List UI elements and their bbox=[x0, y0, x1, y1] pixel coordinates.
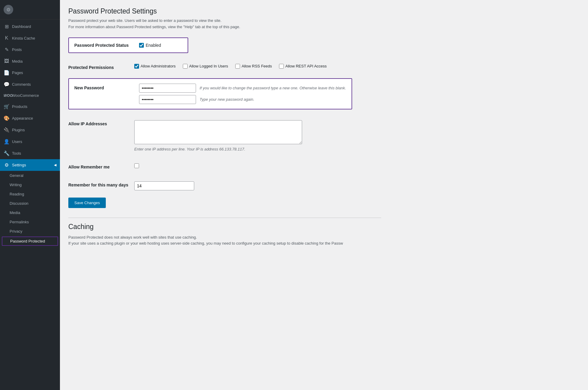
sidebar-sub-writing-label: Writing bbox=[10, 183, 22, 187]
tools-icon: 🔧 bbox=[4, 150, 10, 156]
sidebar-sub-discussion[interactable]: Discussion bbox=[0, 199, 60, 208]
sidebar-item-woocommerce-label: WooCommerce bbox=[12, 93, 39, 98]
plugins-icon: 🔌 bbox=[4, 127, 10, 133]
allow-logged-in-label: Allow Logged In Users bbox=[189, 64, 228, 68]
sidebar-item-tools[interactable]: 🔧 Tools bbox=[0, 147, 60, 159]
sidebar-item-pages-label: Pages bbox=[12, 70, 23, 75]
remember-content bbox=[134, 163, 381, 169]
sidebar-item-settings-label: Settings bbox=[12, 163, 26, 167]
media-icon: 🖼 bbox=[4, 58, 10, 64]
sidebar-item-users-label: Users bbox=[12, 139, 22, 144]
sidebar-sub-reading-label: Reading bbox=[10, 192, 24, 196]
comments-icon: 💬 bbox=[4, 82, 10, 87]
sidebar-item-pages[interactable]: 📄 Pages bbox=[0, 67, 60, 79]
allow-admins-checkbox[interactable] bbox=[134, 64, 139, 69]
permissions-checkboxes: Allow Administrators Allow Logged In Use… bbox=[134, 64, 381, 69]
sidebar-sub-privacy[interactable]: Privacy bbox=[0, 227, 60, 236]
sidebar-item-media-label: Media bbox=[12, 59, 22, 64]
page-title: Password Protected Settings bbox=[68, 7, 381, 15]
remember-row: Allow Remember me bbox=[68, 159, 381, 174]
days-row: Remember for this many days 14 bbox=[68, 177, 381, 195]
sidebar-item-comments[interactable]: 💬 Comments bbox=[0, 79, 60, 90]
woocommerce-icon: WOO bbox=[4, 94, 10, 98]
save-button[interactable]: Save Changes bbox=[68, 198, 106, 208]
sidebar-item-posts-label: Posts bbox=[12, 47, 22, 52]
wordpress-logo: ⚙ bbox=[4, 5, 56, 14]
permissions-row: Protected Permissions Allow Administrato… bbox=[68, 59, 381, 75]
allow-rest-api-checkbox[interactable] bbox=[279, 64, 284, 69]
ip-row: Allow IP Addresses Enter one IP address … bbox=[68, 115, 381, 156]
allow-rss-label: Allow RSS Feeds bbox=[242, 64, 272, 68]
remember-label: Allow Remember me bbox=[68, 163, 134, 169]
sidebar-item-media[interactable]: 🖼 Media bbox=[0, 55, 60, 67]
ip-hint: Enter one IP address per line. Your IP i… bbox=[134, 147, 381, 151]
sidebar-item-kinsta-cache[interactable]: K Kinsta Cache bbox=[0, 32, 60, 44]
password-input-1[interactable] bbox=[139, 84, 196, 93]
perm-logged-in: Allow Logged In Users bbox=[183, 64, 228, 69]
dashboard-icon: ⊞ bbox=[4, 24, 10, 29]
sidebar-item-settings[interactable]: ⚙ Settings ◀ bbox=[0, 159, 60, 171]
ip-textarea[interactable] bbox=[134, 120, 302, 144]
settings-icon: ⚙ bbox=[4, 162, 10, 168]
status-enabled-label: Enabled bbox=[146, 43, 161, 48]
kinsta-icon: K bbox=[4, 35, 10, 41]
sidebar-item-appearance-label: Appearance bbox=[12, 116, 33, 121]
sidebar-nav: ⊞ Dashboard K Kinsta Cache ✎ Posts 🖼 Med… bbox=[0, 21, 60, 246]
ip-content: Enter one IP address per line. Your IP i… bbox=[134, 120, 381, 151]
products-icon: 🛒 bbox=[4, 104, 10, 109]
wp-icon: ⚙ bbox=[4, 5, 13, 14]
sidebar-sub-permalinks[interactable]: Permalinks bbox=[0, 217, 60, 227]
perm-rss: Allow RSS Feeds bbox=[235, 64, 272, 69]
caching-description: Password Protected does not always work … bbox=[68, 234, 381, 247]
sidebar-item-users[interactable]: 👤 Users bbox=[0, 136, 60, 147]
perm-rest-api: Allow REST API Access bbox=[279, 64, 327, 69]
password-hint-2: Type your new password again. bbox=[200, 97, 254, 102]
allow-remember-checkbox[interactable] bbox=[134, 163, 139, 168]
settings-submenu: General Writing Reading Discussion Media… bbox=[0, 171, 60, 246]
sidebar-sub-writing[interactable]: Writing bbox=[0, 180, 60, 189]
sidebar-item-products-label: Products bbox=[12, 104, 27, 109]
sidebar-item-posts[interactable]: ✎ Posts bbox=[0, 44, 60, 55]
page-description-line2: For more information about Password Prot… bbox=[68, 24, 381, 30]
page-description-line1: Password protect your web site. Users wi… bbox=[68, 18, 381, 24]
password-input-2[interactable] bbox=[139, 95, 196, 104]
sidebar-item-tools-label: Tools bbox=[12, 151, 21, 156]
sidebar-sub-media-label: Media bbox=[10, 210, 20, 215]
page-description: Password protect your web site. Users wi… bbox=[68, 18, 381, 30]
caching-desc-1: Password Protected does not always work … bbox=[68, 234, 381, 241]
sidebar-sub-general[interactable]: General bbox=[0, 171, 60, 180]
sidebar-item-dashboard[interactable]: ⊞ Dashboard bbox=[0, 21, 60, 32]
password-row-2: Type your new password again. bbox=[139, 95, 346, 104]
sidebar-header: ⚙ bbox=[0, 0, 60, 19]
password-hint-1: If you would like to change the password… bbox=[200, 86, 346, 90]
caching-desc-2: If your site uses a caching plugin or yo… bbox=[68, 240, 381, 247]
ip-label: Allow IP Addresses bbox=[68, 120, 134, 126]
sidebar-sub-password-protected[interactable]: Password Protected bbox=[2, 237, 58, 246]
caching-title: Caching bbox=[68, 223, 381, 231]
main-content: Password Protected Settings Password pro… bbox=[60, 0, 588, 390]
pages-icon: 📄 bbox=[4, 70, 10, 76]
sidebar-sub-reading[interactable]: Reading bbox=[0, 189, 60, 199]
allow-rss-checkbox[interactable] bbox=[235, 64, 240, 69]
password-box: New Password If you would like to change… bbox=[68, 78, 352, 109]
sidebar-sub-password-protected-label: Password Protected bbox=[10, 239, 45, 243]
password-label: New Password bbox=[74, 84, 134, 90]
sidebar-item-plugins-label: Plugins bbox=[12, 128, 25, 132]
status-checkbox-group: Enabled bbox=[139, 43, 161, 48]
sidebar-sub-discussion-label: Discussion bbox=[10, 201, 28, 206]
sidebar-item-plugins[interactable]: 🔌 Plugins bbox=[0, 124, 60, 136]
days-label: Remember for this many days bbox=[68, 181, 134, 187]
users-icon: 👤 bbox=[4, 139, 10, 144]
status-enabled-checkbox[interactable] bbox=[139, 43, 144, 48]
sidebar-item-appearance[interactable]: 🎨 Appearance bbox=[0, 112, 60, 124]
permissions-content: Allow Administrators Allow Logged In Use… bbox=[134, 64, 381, 69]
sidebar-item-products[interactable]: 🛒 Products bbox=[0, 101, 60, 112]
allow-logged-in-checkbox[interactable] bbox=[183, 64, 188, 69]
sidebar-sub-media[interactable]: Media bbox=[0, 208, 60, 217]
days-input[interactable]: 14 bbox=[134, 181, 194, 190]
perm-admins: Allow Administrators bbox=[134, 64, 176, 69]
sidebar-item-woocommerce[interactable]: WOO WooCommerce bbox=[0, 90, 60, 101]
status-label: Password Protected Status bbox=[74, 43, 134, 48]
appearance-icon: 🎨 bbox=[4, 115, 10, 121]
section-divider bbox=[68, 218, 381, 218]
